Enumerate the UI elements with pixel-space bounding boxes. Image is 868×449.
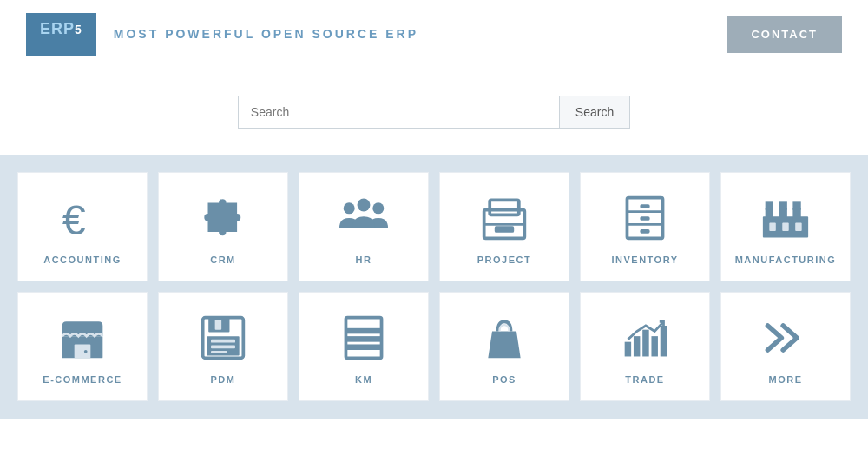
- ecommerce-label: E-COMMERCE: [43, 374, 122, 385]
- ecommerce-icon: [58, 314, 107, 362]
- hr-icon: [339, 194, 388, 242]
- manufacturing-icon: [761, 194, 810, 242]
- trade-icon: [621, 314, 669, 362]
- svg-rect-18: [766, 201, 773, 209]
- more-label: MORE: [769, 374, 803, 385]
- grid-section: € ACCOUNTING CRM HR: [0, 155, 868, 419]
- svg-rect-11: [640, 204, 649, 208]
- hr-label: HR: [356, 254, 372, 265]
- svg-rect-38: [625, 341, 631, 356]
- svg-rect-15: [766, 208, 773, 221]
- svg-point-1: [344, 202, 355, 214]
- search-input[interactable]: [238, 96, 559, 129]
- crm-label: CRM: [210, 254, 236, 265]
- search-button[interactable]: Search: [559, 96, 630, 129]
- km-icon: [339, 314, 388, 362]
- header: ERP5 MOST POWERFUL OPEN SOURCE ERP CONTA…: [0, 0, 868, 69]
- svg-rect-41: [651, 336, 657, 356]
- svg-rect-16: [779, 208, 787, 221]
- manufacturing-label: MANUFACTURING: [735, 254, 837, 265]
- search-section: Search: [0, 69, 868, 155]
- km-label: KM: [355, 374, 372, 385]
- contact-button[interactable]: CONTACT: [727, 16, 842, 53]
- project-label: PROJECT: [477, 254, 531, 265]
- module-project[interactable]: PROJECT: [439, 172, 569, 281]
- logo-text: ERP: [40, 20, 75, 37]
- svg-rect-12: [640, 216, 649, 221]
- module-km[interactable]: KM: [299, 292, 429, 401]
- svg-rect-36: [345, 336, 381, 342]
- module-pos[interactable]: POS: [439, 292, 569, 401]
- inventory-icon: [621, 194, 669, 242]
- module-manufacturing[interactable]: MANUFACTURING: [720, 172, 851, 281]
- logo[interactable]: ERP5: [26, 13, 96, 56]
- svg-rect-33: [211, 351, 227, 353]
- svg-rect-13: [640, 229, 649, 234]
- more-icon: [761, 314, 810, 362]
- svg-rect-21: [769, 222, 775, 230]
- svg-rect-35: [345, 327, 381, 333]
- svg-rect-5: [490, 200, 519, 215]
- logo-superscript: 5: [75, 23, 82, 36]
- inventory-label: INVENTORY: [611, 254, 678, 265]
- project-icon: [480, 194, 529, 242]
- module-trade[interactable]: TRADE: [580, 292, 710, 401]
- svg-rect-19: [779, 201, 787, 209]
- svg-rect-39: [634, 336, 640, 356]
- crm-icon: [199, 194, 247, 242]
- svg-point-2: [372, 202, 384, 214]
- module-grid: € ACCOUNTING CRM HR: [17, 172, 851, 401]
- module-pdm[interactable]: PDM: [158, 292, 288, 401]
- module-ecommerce[interactable]: E-COMMERCE: [17, 292, 148, 401]
- svg-rect-32: [211, 345, 235, 348]
- pdm-icon: [199, 314, 247, 362]
- module-accounting[interactable]: € ACCOUNTING: [17, 172, 148, 281]
- module-crm[interactable]: CRM: [158, 172, 288, 281]
- pos-label: POS: [492, 374, 516, 385]
- svg-rect-7: [495, 226, 514, 232]
- svg-rect-17: [792, 208, 800, 221]
- tagline: MOST POWERFUL OPEN SOURCE ERP: [114, 27, 418, 41]
- svg-rect-29: [215, 320, 221, 329]
- svg-rect-40: [642, 329, 648, 356]
- pdm-label: PDM: [211, 374, 236, 385]
- svg-rect-22: [782, 222, 788, 230]
- svg-rect-31: [211, 340, 235, 343]
- svg-point-26: [84, 350, 88, 353]
- module-more[interactable]: MORE: [720, 292, 851, 401]
- accounting-icon: €: [58, 194, 107, 242]
- svg-rect-23: [795, 222, 801, 230]
- svg-rect-37: [345, 344, 381, 350]
- svg-rect-42: [661, 326, 667, 356]
- module-inventory[interactable]: INVENTORY: [580, 172, 710, 281]
- svg-rect-25: [75, 344, 91, 358]
- accounting-label: ACCOUNTING: [43, 254, 122, 265]
- svg-text:€: €: [62, 195, 86, 241]
- module-hr[interactable]: HR: [299, 172, 429, 281]
- svg-rect-20: [792, 201, 800, 209]
- trade-label: TRADE: [625, 374, 664, 385]
- svg-point-3: [358, 198, 371, 211]
- pos-icon: [480, 314, 529, 362]
